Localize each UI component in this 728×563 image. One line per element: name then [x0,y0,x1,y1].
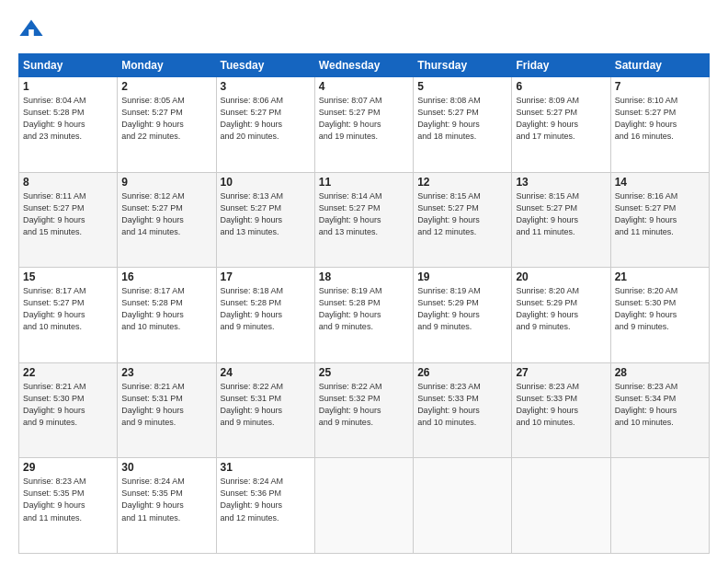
calendar-cell: 26Sunrise: 8:23 AMSunset: 5:33 PMDayligh… [414,362,512,458]
day-info: Sunrise: 8:16 AMSunset: 5:27 PMDaylight:… [615,190,705,238]
day-info: Sunrise: 8:17 AMSunset: 5:28 PMDaylight:… [121,285,211,333]
calendar-header-thursday: Thursday [414,54,512,77]
day-number: 4 [319,80,409,93]
calendar-header-row: SundayMondayTuesdayWednesdayThursdayFrid… [19,54,710,77]
calendar-cell: 13Sunrise: 8:15 AMSunset: 5:27 PMDayligh… [512,172,610,268]
day-number: 7 [615,80,705,93]
calendar-cell: 16Sunrise: 8:17 AMSunset: 5:28 PMDayligh… [118,268,216,363]
day-number: 20 [516,270,606,283]
day-number: 31 [221,461,311,474]
calendar-week-row: 15Sunrise: 8:17 AMSunset: 5:27 PMDayligh… [19,268,710,363]
day-number: 15 [23,270,113,283]
day-info: Sunrise: 8:06 AMSunset: 5:27 PMDaylight:… [221,95,311,143]
svg-rect-1 [28,29,34,36]
day-info: Sunrise: 8:08 AMSunset: 5:27 PMDaylight:… [417,95,507,143]
day-number: 22 [23,366,113,379]
day-number: 27 [516,366,606,379]
calendar-cell: 20Sunrise: 8:20 AMSunset: 5:29 PMDayligh… [512,268,610,363]
calendar-week-row: 8Sunrise: 8:11 AMSunset: 5:27 PMDaylight… [19,172,710,268]
day-number: 1 [23,80,113,93]
day-info: Sunrise: 8:24 AMSunset: 5:35 PMDaylight:… [121,476,211,523]
day-info: Sunrise: 8:23 AMSunset: 5:35 PMDaylight:… [23,476,113,523]
day-info: Sunrise: 8:18 AMSunset: 5:28 PMDaylight:… [221,285,311,333]
calendar-cell: 29Sunrise: 8:23 AMSunset: 5:35 PMDayligh… [19,458,118,554]
calendar-cell: 25Sunrise: 8:22 AMSunset: 5:32 PMDayligh… [314,362,413,458]
day-number: 8 [23,176,113,189]
day-info: Sunrise: 8:04 AMSunset: 5:28 PMDaylight:… [23,95,113,143]
calendar-cell: 22Sunrise: 8:21 AMSunset: 5:30 PMDayligh… [19,362,118,458]
calendar-cell: 15Sunrise: 8:17 AMSunset: 5:27 PMDayligh… [19,268,118,363]
calendar-header-monday: Monday [118,54,216,77]
day-info: Sunrise: 8:23 AMSunset: 5:33 PMDaylight:… [417,381,507,429]
calendar-cell: 9Sunrise: 8:12 AMSunset: 5:27 PMDaylight… [118,172,216,268]
day-number: 14 [615,176,705,189]
header [18,17,710,42]
day-info: Sunrise: 8:17 AMSunset: 5:27 PMDaylight:… [23,285,113,333]
calendar-cell: 1Sunrise: 8:04 AMSunset: 5:28 PMDaylight… [19,77,118,173]
logo-icon [18,17,44,42]
logo-area [18,17,46,42]
day-number: 16 [121,270,211,283]
calendar-week-row: 1Sunrise: 8:04 AMSunset: 5:28 PMDaylight… [19,77,710,173]
calendar-cell: 8Sunrise: 8:11 AMSunset: 5:27 PMDaylight… [19,172,118,268]
calendar-cell [414,458,512,554]
day-number: 5 [417,80,507,93]
day-info: Sunrise: 8:11 AMSunset: 5:27 PMDaylight:… [23,190,113,238]
day-info: Sunrise: 8:15 AMSunset: 5:27 PMDaylight:… [516,190,606,238]
calendar-cell: 3Sunrise: 8:06 AMSunset: 5:27 PMDaylight… [216,77,314,173]
calendar-cell: 2Sunrise: 8:05 AMSunset: 5:27 PMDaylight… [118,77,216,173]
day-info: Sunrise: 8:22 AMSunset: 5:32 PMDaylight:… [319,381,409,429]
calendar-cell: 7Sunrise: 8:10 AMSunset: 5:27 PMDaylight… [610,77,709,173]
calendar-cell: 23Sunrise: 8:21 AMSunset: 5:31 PMDayligh… [118,362,216,458]
calendar-cell: 18Sunrise: 8:19 AMSunset: 5:28 PMDayligh… [314,268,413,363]
day-number: 2 [121,80,211,93]
calendar-cell: 21Sunrise: 8:20 AMSunset: 5:30 PMDayligh… [610,268,709,363]
calendar-cell: 4Sunrise: 8:07 AMSunset: 5:27 PMDaylight… [314,77,413,173]
calendar-cell [512,458,610,554]
day-number: 23 [121,366,211,379]
calendar-cell: 11Sunrise: 8:14 AMSunset: 5:27 PMDayligh… [314,172,413,268]
day-info: Sunrise: 8:13 AMSunset: 5:27 PMDaylight:… [221,190,311,238]
calendar-cell: 31Sunrise: 8:24 AMSunset: 5:36 PMDayligh… [216,458,314,554]
day-info: Sunrise: 8:10 AMSunset: 5:27 PMDaylight:… [615,95,705,143]
day-number: 6 [516,80,606,93]
day-number: 18 [319,270,409,283]
day-info: Sunrise: 8:05 AMSunset: 5:27 PMDaylight:… [121,95,211,143]
day-number: 21 [615,270,705,283]
calendar-cell: 10Sunrise: 8:13 AMSunset: 5:27 PMDayligh… [216,172,314,268]
calendar-header-friday: Friday [512,54,610,77]
day-number: 30 [121,461,211,474]
day-info: Sunrise: 8:20 AMSunset: 5:29 PMDaylight:… [516,285,606,333]
calendar-cell: 30Sunrise: 8:24 AMSunset: 5:35 PMDayligh… [118,458,216,554]
calendar-cell [610,458,709,554]
day-number: 24 [221,366,311,379]
day-number: 3 [221,80,311,93]
calendar-header-sunday: Sunday [19,54,118,77]
day-info: Sunrise: 8:20 AMSunset: 5:30 PMDaylight:… [615,285,705,333]
calendar-cell: 19Sunrise: 8:19 AMSunset: 5:29 PMDayligh… [414,268,512,363]
calendar-cell: 17Sunrise: 8:18 AMSunset: 5:28 PMDayligh… [216,268,314,363]
calendar-cell: 14Sunrise: 8:16 AMSunset: 5:27 PMDayligh… [610,172,709,268]
day-info: Sunrise: 8:22 AMSunset: 5:31 PMDaylight:… [221,381,311,429]
day-number: 25 [319,366,409,379]
calendar-cell: 5Sunrise: 8:08 AMSunset: 5:27 PMDaylight… [414,77,512,173]
day-info: Sunrise: 8:07 AMSunset: 5:27 PMDaylight:… [319,95,409,143]
day-number: 29 [23,461,113,474]
calendar-header-tuesday: Tuesday [216,54,314,77]
day-info: Sunrise: 8:21 AMSunset: 5:30 PMDaylight:… [23,381,113,429]
day-info: Sunrise: 8:14 AMSunset: 5:27 PMDaylight:… [319,190,409,238]
day-number: 13 [516,176,606,189]
calendar: SundayMondayTuesdayWednesdayThursdayFrid… [18,53,710,554]
calendar-week-row: 22Sunrise: 8:21 AMSunset: 5:30 PMDayligh… [19,362,710,458]
calendar-header-wednesday: Wednesday [314,54,413,77]
day-number: 9 [121,176,211,189]
page: SundayMondayTuesdayWednesdayThursdayFrid… [0,0,728,563]
calendar-cell: 6Sunrise: 8:09 AMSunset: 5:27 PMDaylight… [512,77,610,173]
day-number: 17 [221,270,311,283]
calendar-header-saturday: Saturday [610,54,709,77]
calendar-cell: 28Sunrise: 8:23 AMSunset: 5:34 PMDayligh… [610,362,709,458]
day-info: Sunrise: 8:24 AMSunset: 5:36 PMDaylight:… [221,476,311,523]
day-number: 28 [615,366,705,379]
day-info: Sunrise: 8:23 AMSunset: 5:34 PMDaylight:… [615,381,705,429]
day-info: Sunrise: 8:09 AMSunset: 5:27 PMDaylight:… [516,95,606,143]
